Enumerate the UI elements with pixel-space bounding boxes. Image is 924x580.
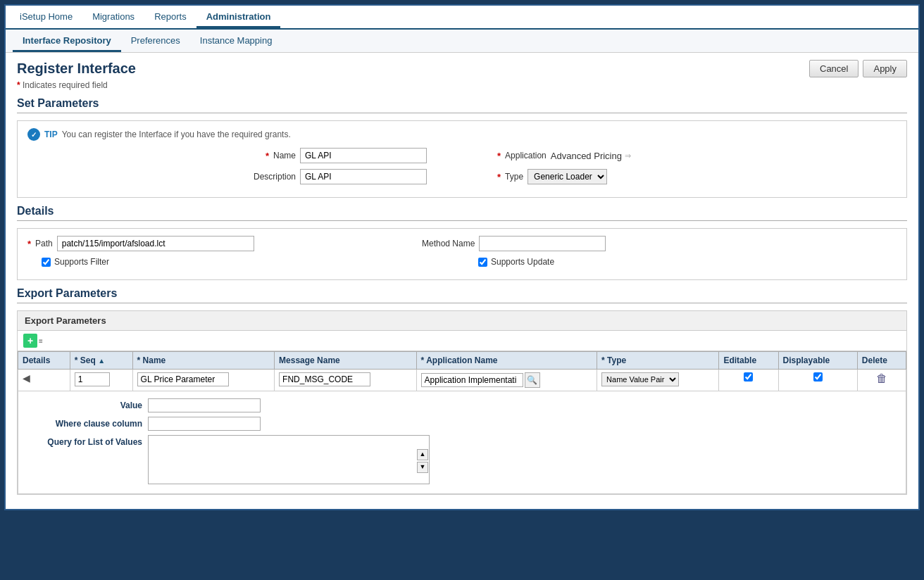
row-type-cell: Name Value Pair String Integer <box>597 370 719 391</box>
expanded-cell: Value Where clause column Query for List… <box>18 391 906 494</box>
delete-icon[interactable]: 🗑 <box>876 372 887 384</box>
add-row-button[interactable]: + ≡ <box>23 334 901 348</box>
col-details: Details <box>18 352 70 370</box>
btn-row: Cancel Apply <box>809 60 907 77</box>
name-label: Name <box>273 151 296 160</box>
details-title: Details <box>17 205 907 221</box>
col-name: * Name <box>132 352 275 370</box>
supports-filter-label: Supports Filter <box>42 257 366 267</box>
query-textarea[interactable] <box>148 435 430 484</box>
method-name-label: Method Name <box>422 239 475 248</box>
table-row: ◀ � <box>18 370 906 391</box>
nav-isetup-home[interactable]: iSetup Home <box>10 6 82 28</box>
tip-text: You can register the Interface if you ha… <box>62 130 291 139</box>
method-name-input[interactable] <box>479 236 606 251</box>
tip-row: ✓ TIP You can register the Interface if … <box>27 128 897 141</box>
supports-update-checkbox[interactable] <box>478 258 487 267</box>
path-input[interactable] <box>57 236 254 251</box>
where-clause-label: Where clause column <box>37 417 142 429</box>
application-label: Application <box>505 151 547 160</box>
type-label: Type <box>505 172 523 182</box>
app-name-wrap: 🔍 <box>421 372 592 388</box>
details-form: * Path Method Name Supports Filter <box>17 228 907 280</box>
export-section: Export Parameters + ≡ Details * Seq ▲ <box>17 310 907 495</box>
tip-label: TIP <box>44 130 58 139</box>
expand-where-row: Where clause column <box>37 417 887 431</box>
page-title-row: Register Interface Cancel Apply <box>17 60 907 77</box>
cancel-button[interactable]: Cancel <box>809 60 859 77</box>
type-group: * Type Generic Loader Data Loader Custom <box>497 169 607 184</box>
displayable-checkbox[interactable] <box>813 372 823 382</box>
type-select[interactable]: Generic Loader Data Loader Custom <box>527 169 607 184</box>
expand-query-row: Query for List of Values ▲ ▼ <box>37 435 887 486</box>
nav-administration[interactable]: Administration <box>196 6 281 28</box>
add-icon: + <box>23 334 37 348</box>
name-input[interactable] <box>300 148 427 163</box>
name-application-row: * Name * Application Advanced Pricing ⇒ <box>27 148 897 163</box>
supports-row: Supports Filter Supports Update <box>27 257 897 267</box>
type-select-wrap: Generic Loader Data Loader Custom <box>527 169 607 184</box>
row-message-name-cell <box>275 370 417 391</box>
message-name-input[interactable] <box>279 372 370 386</box>
required-note: * Indicates required field <box>17 80 907 90</box>
textarea-scroll-down[interactable]: ▼ <box>417 462 428 473</box>
expand-form: Value Where clause column Query for List… <box>23 394 901 491</box>
name-group: * Name <box>266 148 427 163</box>
add-row-icon-lines: ≡ <box>39 337 43 345</box>
row-details-cell: ◀ <box>18 370 70 391</box>
row-app-name-cell: 🔍 <box>416 370 597 391</box>
row-displayable-cell <box>778 370 857 391</box>
row-seq-cell <box>70 370 132 391</box>
page-title: Register Interface <box>17 61 136 77</box>
nav-migrations[interactable]: Migrations <box>82 6 144 28</box>
type-row-select[interactable]: Name Value Pair String Integer <box>601 372 679 386</box>
apply-button[interactable]: Apply <box>863 60 907 77</box>
col-editable: Editable <box>719 352 778 370</box>
app-name-input[interactable] <box>421 373 523 387</box>
seq-input[interactable] <box>75 372 110 386</box>
supports-filter-checkbox[interactable] <box>42 258 51 267</box>
description-label: Description <box>254 172 296 182</box>
col-seq: * Seq ▲ <box>70 352 132 370</box>
type-required: * <box>497 172 501 182</box>
expanded-row: Value Where clause column Query for List… <box>18 391 906 494</box>
path-required: * <box>27 239 31 249</box>
subnav-interface-repository[interactable]: Interface Repository <box>13 30 121 52</box>
editable-checkbox[interactable] <box>744 372 753 382</box>
col-type: * Type <box>597 352 719 370</box>
seq-sort-icon: ▲ <box>98 357 105 365</box>
supports-update-label: Supports Update <box>478 257 554 267</box>
subnav-instance-mapping[interactable]: Instance Mapping <box>190 30 282 52</box>
row-expand-icon[interactable]: ◀ <box>23 372 30 384</box>
set-parameters-form: ✓ TIP You can register the Interface if … <box>17 120 907 198</box>
row-delete-cell: 🗑 <box>857 370 906 391</box>
export-table: Details * Seq ▲ * Name Message Name <box>18 351 906 494</box>
top-nav: iSetup Home Migrations Reports Administr… <box>6 6 918 30</box>
required-asterisk: * <box>17 80 20 90</box>
name-row-input[interactable] <box>137 372 229 386</box>
col-application-name: * Application Name <box>416 352 597 370</box>
name-required: * <box>266 151 269 161</box>
query-label: Query for List of Values <box>37 435 142 447</box>
path-method-row: * Path Method Name <box>27 236 897 251</box>
application-link-icon: ⇒ <box>625 151 631 160</box>
expand-value-row: Value <box>37 398 887 412</box>
page-content: Register Interface Cancel Apply * Indica… <box>6 53 918 509</box>
sub-nav: Interface Repository Preferences Instanc… <box>6 30 918 53</box>
path-label: Path <box>35 239 53 248</box>
description-type-row: Description * Type Generic Loader Data L… <box>27 169 897 184</box>
col-displayable: Displayable <box>778 352 857 370</box>
app-name-search-button[interactable]: 🔍 <box>525 372 540 388</box>
col-delete: Delete <box>857 352 906 370</box>
value-input[interactable] <box>148 398 261 412</box>
description-group: Description <box>254 169 427 184</box>
export-parameters-title: Export Parameters <box>17 287 907 303</box>
where-clause-input[interactable] <box>148 417 261 431</box>
application-group: * Application Advanced Pricing ⇒ <box>497 151 663 161</box>
description-input[interactable] <box>300 169 427 184</box>
subnav-preferences[interactable]: Preferences <box>121 30 190 52</box>
application-value: Advanced Pricing ⇒ <box>551 151 663 161</box>
row-name-cell <box>132 370 275 391</box>
nav-reports[interactable]: Reports <box>144 6 196 28</box>
textarea-scroll-up[interactable]: ▲ <box>417 449 428 460</box>
